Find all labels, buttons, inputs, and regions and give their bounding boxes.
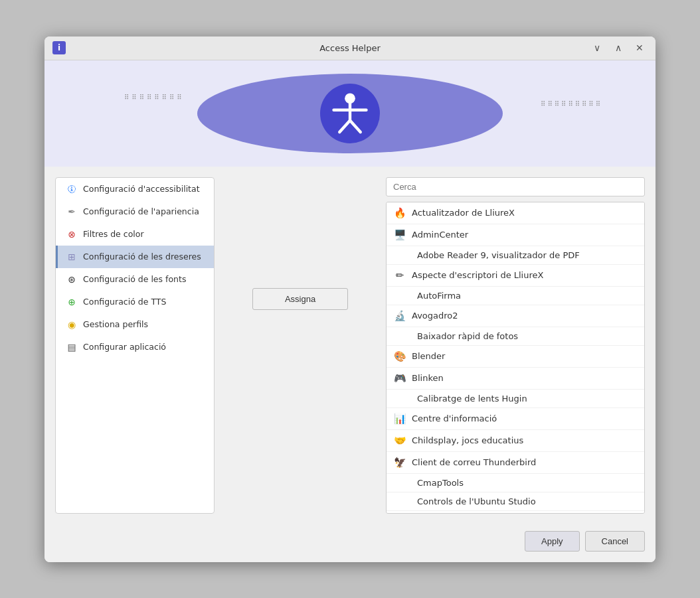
footer: Apply Cancel bbox=[44, 524, 656, 562]
svg-point-0 bbox=[345, 93, 355, 104]
main-content: Assigna bbox=[225, 177, 375, 514]
app-icon: i bbox=[52, 41, 66, 54]
sidebar-label-fonts: Configuració de les fonts bbox=[83, 274, 186, 284]
sidebar-item-appearance[interactable]: ✒Configuració de l'apariencia bbox=[56, 200, 214, 223]
app-label-blinken: Blinken bbox=[412, 373, 444, 383]
assign-button-area: Assigna bbox=[225, 177, 375, 310]
sidebar-label-accessibility: Configuració d'accessibilitat bbox=[83, 184, 200, 194]
app-icon-centre: 📊 bbox=[393, 412, 406, 425]
list-item[interactable]: 🔥Actualitzador de LliureX bbox=[387, 202, 644, 224]
braille-right-decoration: ⠿⠿⠿⠿⠿⠿⠿⠿⠿ bbox=[541, 100, 602, 108]
sidebar-icon-shortcuts: ⊞ bbox=[66, 251, 78, 263]
app-label-centre: Centre d'informació bbox=[412, 413, 497, 423]
app-icon-aspecte: ✏️ bbox=[393, 269, 406, 282]
app-label-ubuntustudio: Controls de l'Ubuntu Studio bbox=[417, 496, 536, 506]
list-item[interactable]: CmapTools bbox=[387, 474, 644, 492]
app-label-autofirma: AutoFirma bbox=[417, 291, 461, 301]
list-item[interactable]: Controls de l'Ubuntu Studio bbox=[387, 492, 644, 511]
app-label-calibratge: Calibratge de lents Hugin bbox=[417, 394, 527, 404]
list-item[interactable]: 🔬Avogadro2 bbox=[387, 305, 644, 327]
sidebar-item-color-filters[interactable]: ⊗Filtres de color bbox=[56, 223, 214, 246]
sidebar-item-profiles[interactable]: ◉Gestiona perfils bbox=[56, 313, 214, 336]
sidebar-icon-color-filters: ⊗ bbox=[66, 228, 78, 240]
sidebar-label-appearance: Configuració de l'apariencia bbox=[83, 206, 199, 216]
maximize-button[interactable]: ∧ bbox=[610, 40, 626, 56]
list-item[interactable]: 📊Centre d'informació bbox=[387, 408, 644, 430]
app-label-adobereader: Adobe Reader 9, visualitzador de PDF bbox=[417, 250, 580, 260]
app-icon-avogadro: 🔬 bbox=[393, 309, 406, 323]
list-item[interactable]: Creador de discos d'arrancada bbox=[387, 511, 644, 514]
braille-left-decoration: ⠿⠿⠿⠿⠿⠿⠿⠿ bbox=[124, 94, 185, 101]
list-item[interactable]: Baixador ràpid de fotos bbox=[387, 327, 644, 346]
app-label-aspecte: Aspecte d'escriptori de LliureX bbox=[412, 270, 543, 280]
sidebar-icon-accessibility: 🛈 bbox=[66, 183, 78, 195]
list-item[interactable]: AutoFirma bbox=[387, 287, 644, 305]
sidebar-icon-fonts: ⊛ bbox=[66, 273, 78, 285]
sidebar-icon-app-config: ▤ bbox=[66, 341, 78, 353]
app-icon-blender: 🎨 bbox=[393, 350, 406, 363]
sidebar-item-fonts[interactable]: ⊛Configuració de les fonts bbox=[56, 268, 214, 291]
app-label-cmaptools: CmapTools bbox=[417, 478, 464, 488]
list-item[interactable]: 🦅Client de correu Thunderbird bbox=[387, 452, 644, 474]
app-label-thunderbird: Client de correu Thunderbird bbox=[412, 457, 536, 467]
search-input[interactable] bbox=[386, 177, 645, 196]
content-area: 🛈Configuració d'accessibilitat✒Configura… bbox=[44, 167, 656, 524]
sidebar-item-tts[interactable]: ⊕Configuració de TTS bbox=[56, 291, 214, 313]
header-banner: ⠿⠿⠿⠿⠿⠿⠿⠿ ⠿⠿⠿⠿⠿⠿⠿⠿⠿ bbox=[44, 60, 656, 167]
list-item[interactable]: 🎨Blender bbox=[387, 346, 644, 368]
sidebar-label-shortcuts: Configuració de les dreseres bbox=[83, 252, 201, 262]
assign-button[interactable]: Assigna bbox=[252, 288, 348, 310]
app-label-actualitzador: Actualitzador de LliureX bbox=[412, 208, 515, 218]
sidebar-item-app-config[interactable]: ▤Configurar aplicació bbox=[56, 336, 214, 358]
list-item[interactable]: 🖥️AdminCenter bbox=[387, 224, 644, 246]
accessibility-figure bbox=[320, 84, 380, 143]
list-item[interactable]: 🤝Childsplay, jocs educatius bbox=[387, 430, 644, 452]
sidebar-item-accessibility[interactable]: 🛈Configuració d'accessibilitat bbox=[56, 178, 214, 200]
cancel-button[interactable]: Cancel bbox=[585, 531, 645, 552]
app-label-childsplay: Childsplay, jocs educatius bbox=[412, 435, 523, 445]
app-label-baixador: Baixador ràpid de fotos bbox=[417, 331, 518, 341]
sidebar-label-tts: Configuració de TTS bbox=[83, 297, 166, 307]
window-controls: ∨ ∧ ✕ bbox=[589, 40, 648, 56]
titlebar: i Access Helper ∨ ∧ ✕ bbox=[44, 37, 656, 60]
sidebar-label-color-filters: Filtres de color bbox=[83, 229, 144, 239]
sidebar-icon-appearance: ✒ bbox=[66, 206, 78, 218]
window-title: Access Helper bbox=[319, 43, 381, 53]
sidebar-label-app-config: Configurar aplicació bbox=[83, 342, 166, 352]
close-button[interactable]: ✕ bbox=[632, 40, 648, 56]
sidebar-icon-tts: ⊕ bbox=[66, 296, 78, 308]
svg-line-3 bbox=[339, 120, 350, 132]
main-window: i Access Helper ∨ ∧ ✕ ⠿⠿⠿⠿⠿⠿⠿⠿ bbox=[44, 37, 656, 562]
app-icon-childsplay: 🤝 bbox=[393, 434, 406, 447]
app-icon-actualitzador: 🔥 bbox=[393, 206, 406, 220]
list-item[interactable]: Adobe Reader 9, visualitzador de PDF bbox=[387, 246, 644, 265]
sidebar-item-shortcuts[interactable]: ⊞Configuració de les dreseres bbox=[56, 246, 214, 268]
app-icon-admincenter: 🖥️ bbox=[393, 228, 406, 242]
sidebar: 🛈Configuració d'accessibilitat✒Configura… bbox=[55, 177, 215, 514]
app-icon-thunderbird: 🦅 bbox=[393, 456, 406, 469]
list-item[interactable]: 🎮Blinken bbox=[387, 368, 644, 390]
sidebar-icon-profiles: ◉ bbox=[66, 319, 78, 331]
app-label-avogadro: Avogadro2 bbox=[412, 311, 458, 321]
apply-button[interactable]: Apply bbox=[525, 531, 580, 552]
list-item[interactable]: Calibratge de lents Hugin bbox=[387, 390, 644, 408]
minimize-button[interactable]: ∨ bbox=[589, 40, 605, 56]
list-item[interactable]: ✏️Aspecte d'escriptori de LliureX bbox=[387, 265, 644, 287]
app-list: 🔥Actualitzador de LliureX🖥️AdminCenterAd… bbox=[386, 202, 645, 514]
app-label-blender: Blender bbox=[412, 351, 445, 361]
figure-circle bbox=[320, 84, 380, 143]
app-label-admincenter: AdminCenter bbox=[412, 230, 468, 240]
right-panel: 🔥Actualitzador de LliureX🖥️AdminCenterAd… bbox=[386, 177, 645, 514]
figure-svg bbox=[327, 90, 373, 137]
app-icon-blinken: 🎮 bbox=[393, 372, 406, 385]
sidebar-label-profiles: Gestiona perfils bbox=[83, 319, 148, 329]
svg-line-4 bbox=[350, 120, 361, 132]
